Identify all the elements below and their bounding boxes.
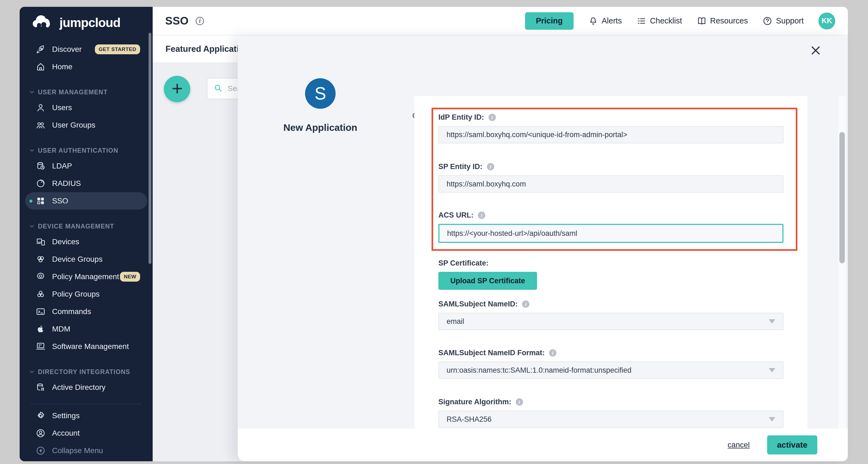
sidebar-item-radius[interactable]: RADIUS xyxy=(25,175,147,192)
page-title-info-icon[interactable]: i xyxy=(196,17,204,25)
apple-icon xyxy=(35,323,46,335)
field-label-row: Signature Algorithm:i xyxy=(438,398,783,406)
header-nav-checklist[interactable]: Checklist xyxy=(637,16,682,26)
signature-algorithm-select[interactable]: RSA-SHA256 xyxy=(438,410,783,428)
idp-entity-id-input[interactable]: https://saml.boxyhq.com/<unique-id-from-… xyxy=(438,126,783,144)
header-nav-support[interactable]: Support xyxy=(763,16,804,26)
sidebar-item-home[interactable]: Home xyxy=(25,58,147,75)
info-icon[interactable]: i xyxy=(522,301,529,308)
sidebar-item-label: LDAP xyxy=(52,162,72,171)
info-icon[interactable]: i xyxy=(489,114,496,121)
top-bar-actions: Pricing AlertsChecklistResourcesSupport … xyxy=(525,12,835,30)
cancel-button[interactable]: cancel xyxy=(727,440,750,449)
acs-url-input[interactable]: https://<your-hosted-url>/api/oauth/saml xyxy=(438,224,783,243)
active-indicator-dot xyxy=(29,65,32,68)
field-label: IdP Entity ID: xyxy=(438,113,484,122)
database-windows-icon xyxy=(35,382,46,393)
sp-entity-id-input[interactable]: https://saml.boxyhq.com xyxy=(438,175,783,193)
add-application-button[interactable] xyxy=(164,76,190,102)
book-icon xyxy=(697,16,707,26)
header-nav-label: Alerts xyxy=(602,17,622,25)
sidebar-section-user-authentication[interactable]: USER AUTHENTICATION xyxy=(20,144,153,157)
sidebar-item-commands[interactable]: Commands xyxy=(25,303,147,320)
terminal-icon xyxy=(35,306,46,317)
people-icon xyxy=(35,120,46,131)
sidebar-section-label: DEVICE MANAGEMENT xyxy=(38,223,114,230)
sidebar-item-devices[interactable]: Devices xyxy=(25,233,147,251)
chevron-down-icon xyxy=(29,223,35,229)
field-label: ACS URL: xyxy=(438,211,473,219)
sidebar-item-policy-management[interactable]: Policy ManagementNEW xyxy=(25,268,147,285)
select-value: email xyxy=(446,317,464,326)
field-acs-url: ACS URL:ihttps://<your-hosted-url>/api/o… xyxy=(438,211,783,243)
active-indicator-dot xyxy=(29,124,32,127)
sidebar-section-label: USER MANAGEMENT xyxy=(38,89,108,96)
info-icon[interactable]: i xyxy=(516,398,523,406)
active-indicator-dot xyxy=(29,310,32,313)
active-indicator-dot xyxy=(29,48,32,51)
header-nav-resources[interactable]: Resources xyxy=(697,16,748,26)
help-icon xyxy=(763,16,772,26)
sidebar-section-label: USER AUTHENTICATION xyxy=(38,147,118,154)
sidebar-item-sso[interactable]: SSO xyxy=(25,192,147,210)
sidebar-section-user-management[interactable]: USER MANAGEMENT xyxy=(20,85,153,99)
sidebar-item-label: Users xyxy=(52,103,72,112)
home-icon xyxy=(35,61,46,72)
upload-sp-certificate-button[interactable]: Upload SP Certificate xyxy=(438,272,537,290)
field-label-row: SP Certificate: xyxy=(438,259,783,268)
sidebar-item-settings[interactable]: Settings xyxy=(25,407,147,425)
sidebar-item-label: User Groups xyxy=(52,121,95,129)
field-label-row: ACS URL:i xyxy=(438,211,783,219)
active-indicator-dot xyxy=(29,414,32,417)
input-value: https://saml.boxyhq.com/<unique-id-from-… xyxy=(446,131,627,139)
database-clock-icon xyxy=(35,161,46,172)
active-indicator-dot xyxy=(29,386,32,389)
sidebar-item-label: Account xyxy=(52,429,80,438)
activate-button[interactable]: activate xyxy=(767,435,817,455)
sidebar-item-user-groups[interactable]: User Groups xyxy=(25,116,147,134)
badge-get-started: GET STARTED xyxy=(95,44,140,54)
field-label-row: SAMLSubject NameID Format:i xyxy=(438,349,783,357)
field-idp-entity-id: IdP Entity ID:ihttps://saml.boxyhq.com/<… xyxy=(438,113,783,144)
samlsubject-nameid-format-select[interactable]: urn:oasis:names:tc:SAML:1.0:nameid-forma… xyxy=(438,362,783,379)
caret-down-icon xyxy=(769,417,775,422)
sidebar-item-account[interactable]: Account xyxy=(25,425,147,442)
sidebar-item-users[interactable]: Users xyxy=(25,99,147,116)
sidebar-item-active-directory[interactable]: Active Directory xyxy=(25,379,147,396)
header-nav-alerts[interactable]: Alerts xyxy=(588,16,622,26)
gear-icon xyxy=(35,410,46,421)
modal-scrollbar-thumb[interactable] xyxy=(839,132,845,264)
sidebar-item-label: Policy Management xyxy=(52,272,119,281)
sidebar-item-policy-groups[interactable]: Policy Groups xyxy=(25,285,147,303)
sidebar: jumpcloud DiscoverGET STARTEDHomeUSER MA… xyxy=(20,7,153,461)
venn-icon xyxy=(35,254,46,265)
sidebar-item-software-management[interactable]: Software Management xyxy=(25,338,147,355)
field-sp-certificate: SP Certificate:Upload SP Certificate xyxy=(438,259,783,290)
info-icon[interactable]: i xyxy=(487,163,494,171)
chevron-down-icon xyxy=(29,369,35,375)
info-icon[interactable]: i xyxy=(549,349,556,357)
sidebar-item-ldap[interactable]: LDAP xyxy=(25,157,147,175)
sidebar-scrollbar[interactable] xyxy=(149,33,151,264)
active-indicator-dot xyxy=(29,182,32,185)
jumpcloud-logo[interactable]: jumpcloud xyxy=(31,14,153,31)
sidebar-item-label: Discover xyxy=(52,45,82,54)
field-label: SP Entity ID: xyxy=(438,162,483,171)
samlsubject-nameid-select[interactable]: email xyxy=(438,313,783,330)
active-indicator-dot xyxy=(29,449,32,452)
avatar[interactable]: KK xyxy=(818,12,835,29)
sidebar-item-discover[interactable]: DiscoverGET STARTED xyxy=(25,41,147,58)
jumpcloud-admin-console: jumpcloud DiscoverGET STARTEDHomeUSER MA… xyxy=(0,0,868,464)
sidebar-item-device-groups[interactable]: Device Groups xyxy=(25,251,147,268)
close-icon[interactable] xyxy=(810,44,822,56)
pricing-button[interactable]: Pricing xyxy=(525,12,574,30)
sidebar-section-device-management[interactable]: DEVICE MANAGEMENT xyxy=(20,219,153,233)
active-indicator-dot xyxy=(29,241,32,243)
field-label: Signature Algorithm: xyxy=(438,398,512,406)
field-label: SP Certificate: xyxy=(438,259,489,268)
sidebar-item-label: SSO xyxy=(52,196,68,205)
sidebar-item-collapse-menu[interactable]: Collapse Menu xyxy=(25,442,147,459)
sidebar-section-directory-integrations[interactable]: DIRECTORY INTEGRATIONS xyxy=(20,365,153,379)
info-icon[interactable]: i xyxy=(478,212,485,219)
sidebar-item-mdm[interactable]: MDM xyxy=(25,320,147,338)
